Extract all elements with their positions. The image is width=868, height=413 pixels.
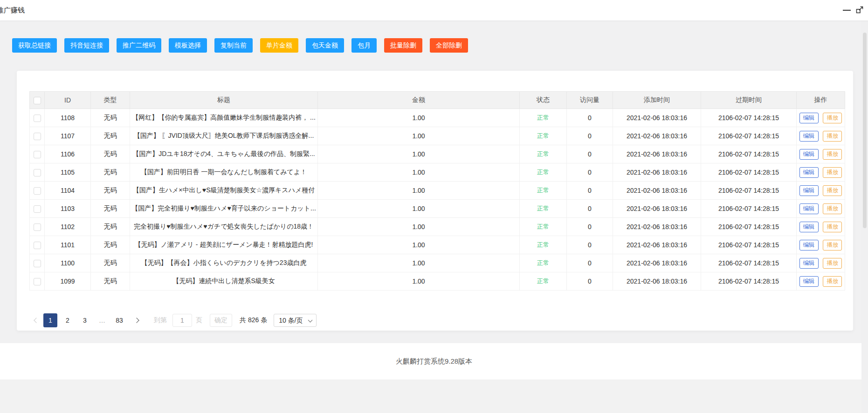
row-checkbox[interactable] [34,115,41,122]
row-checkbox-cell [30,254,45,272]
row-checkbox[interactable] [34,278,41,285]
row-status: 正常 [520,109,567,127]
prev-page-button[interactable] [29,313,43,327]
play-button[interactable]: 播放 [823,240,842,251]
table-row: 1103 无码 【国产】完全初撮り♥制服生ハメ♥育子以来のショートカット... … [30,200,845,218]
toolbar-button[interactable]: 模板选择 [169,38,207,53]
play-button[interactable]: 播放 [823,276,842,287]
table-card: ID类型标题金额状态访问量添加时间过期时间操作 1108 无码 【网红】【你的专… [17,71,853,331]
confirm-button[interactable]: 确定 [210,314,232,327]
row-id: 1107 [45,127,91,145]
row-status: 正常 [520,145,567,163]
row-title: 【国产】 〖JVID顶级大尺〗绝美OL教师下课后制服诱惑全解... [130,127,318,145]
table-row: 1100 无码 【无码】【再会】小指くらいのデカクリを持つ23歳白虎 1.00 … [30,254,845,272]
toolbar-button[interactable]: 抖音短连接 [64,38,109,53]
row-amount: 1.00 [318,127,520,145]
row-checkbox[interactable] [34,223,41,231]
row-added-time: 2021-02-06 18:03:16 [613,200,701,218]
row-checkbox[interactable] [34,133,41,140]
edit-button[interactable]: 编辑 [799,113,819,123]
goto-page-input[interactable] [172,314,192,327]
row-amount: 1.00 [318,218,520,236]
scrollbar-thumb[interactable] [863,33,867,228]
row-checkbox[interactable] [34,151,41,158]
row-checkbox[interactable] [34,187,41,195]
table-row: 1108 无码 【网红】【你的专属嘉宾】高颜值嫩妹学生制服情趣装内裤， ... … [30,109,845,127]
row-amount: 1.00 [318,236,520,254]
play-button[interactable]: 播放 [823,203,842,214]
row-checkbox-cell [30,218,45,236]
footer: 火麒麟打赏系统9.28版本 [0,343,868,379]
edit-button[interactable]: 编辑 [799,240,819,251]
row-title: 【国产】完全初撮り♥制服生ハメ♥育子以来のショートカット... [130,200,318,218]
select-all-checkbox[interactable] [34,97,41,104]
row-expire-time: 2106-02-07 14:28:15 [701,272,797,291]
row-amount: 1.00 [318,254,520,272]
toolbar-button[interactable]: 复制当前 [214,38,253,53]
toolbar-button[interactable]: 包月 [351,38,377,53]
per-page-select[interactable]: 10 条/页 [274,314,316,327]
row-title: 【无码】ノ瀬アメリ - 超美顔にザーメン暴走！射精放題白虎! [130,236,318,254]
row-checkbox-cell [30,272,45,291]
column-header: 类型 [91,92,130,109]
row-title: 完全初撮り♥制服生ハメ♥ガチで処女喪失したばかりの18歳！ [130,218,318,236]
play-button[interactable]: 播放 [823,113,842,123]
chevron-left-icon [34,318,39,323]
row-type: 无码 [91,182,130,200]
row-amount: 1.00 [318,272,520,291]
play-button[interactable]: 播放 [823,185,842,196]
chevron-right-icon [134,318,139,323]
play-button[interactable]: 播放 [823,149,842,160]
edit-button[interactable]: 编辑 [799,222,819,232]
row-checkbox[interactable] [34,242,41,249]
play-button[interactable]: 播放 [823,258,842,269]
maximize-icon[interactable] [856,6,864,14]
edit-button[interactable]: 编辑 [799,167,819,178]
row-id: 1101 [45,236,91,254]
row-visits: 0 [567,272,613,291]
row-expire-time: 2106-02-07 14:28:15 [701,109,797,127]
toolbar-button[interactable]: 单片金额 [260,38,298,53]
edit-button[interactable]: 编辑 [799,185,819,196]
edit-button[interactable]: 编辑 [799,258,819,269]
toolbar-button[interactable]: 批量除删 [384,38,422,53]
row-status: 正常 [520,182,567,200]
row-id: 1099 [45,272,91,291]
status-badge: 正常 [537,259,549,266]
toolbar-button[interactable]: 获取总链接 [12,38,57,53]
goto-label: 到第 [154,316,167,325]
page-title: 推广赚钱 [0,0,25,20]
play-button[interactable]: 播放 [823,222,842,232]
toolbar-button[interactable]: 全部除删 [430,38,468,53]
toolbar-button[interactable]: 推广二维码 [117,38,161,53]
minimize-icon[interactable] [843,10,851,11]
page-button[interactable]: 1 [43,313,57,327]
row-type: 无码 [91,127,130,145]
row-checkbox[interactable] [34,260,41,267]
scrollbar-track[interactable] [861,20,868,413]
row-status: 正常 [520,163,567,182]
page-button[interactable]: 83 [112,313,126,327]
row-actions: 编辑 播放 [797,200,845,218]
row-amount: 1.00 [318,145,520,163]
edit-button[interactable]: 编辑 [799,203,819,214]
page-button[interactable]: 2 [61,313,75,327]
edit-button[interactable]: 编辑 [799,131,819,142]
row-expire-time: 2106-02-07 14:28:15 [701,163,797,182]
row-status: 正常 [520,236,567,254]
edit-button[interactable]: 编辑 [799,276,819,287]
row-title: 【无码】連続中出し清楚系S級美女 [130,272,318,291]
play-button[interactable]: 播放 [823,131,842,142]
row-type: 无码 [91,145,130,163]
row-amount: 1.00 [318,182,520,200]
row-checkbox[interactable] [34,169,41,176]
edit-button[interactable]: 编辑 [799,149,819,160]
page-button[interactable]: 3 [78,313,92,327]
row-expire-time: 2106-02-07 14:28:15 [701,254,797,272]
row-checkbox[interactable] [34,205,41,213]
status-badge: 正常 [537,150,549,157]
next-page-button[interactable] [130,313,144,327]
toolbar-button[interactable]: 包天金额 [306,38,344,53]
play-button[interactable]: 播放 [823,167,842,178]
row-visits: 0 [567,182,613,200]
